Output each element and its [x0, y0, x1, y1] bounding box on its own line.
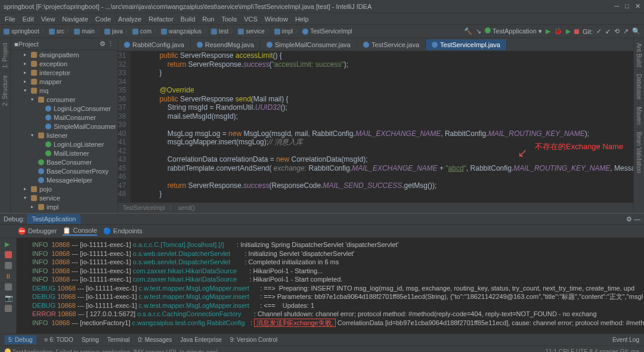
debug-icon[interactable]: 🐞: [554, 27, 562, 35]
menu-help[interactable]: Help: [295, 16, 309, 23]
tree-service[interactable]: ▾service: [11, 193, 117, 202]
mute-icon[interactable]: [5, 283, 12, 291]
tree-LoginLogListener[interactable]: LoginLogListener: [11, 140, 117, 149]
right-tab[interactable]: Bean Validation: [636, 132, 642, 173]
bottom-tab-2[interactable]: Spring: [82, 336, 99, 343]
stop-icon[interactable]: [574, 28, 579, 35]
menu-analyze[interactable]: Analyze: [118, 16, 141, 23]
menu-refactor[interactable]: Refactor: [148, 16, 174, 23]
debug-subtab-Console[interactable]: 📋 Console: [63, 227, 97, 236]
crumb-TestServiceImpl[interactable]: TestServiceImpl: [302, 28, 352, 35]
breadcrumb-class[interactable]: TestServiceImpl: [123, 205, 165, 211]
right-tab[interactable]: Maven: [636, 107, 642, 125]
tree-impl[interactable]: ▸impl: [11, 202, 117, 211]
bottom-tab-0[interactable]: 5: Debug: [5, 335, 36, 344]
git-history-icon[interactable]: ⟲: [614, 27, 620, 35]
tab-RabbitConfig.java[interactable]: RabbitConfig.java: [118, 39, 191, 50]
bottom-tab-3[interactable]: Terminal: [107, 336, 130, 343]
breadcrumb: springboot〉src〉main〉java〉com〉wangzaiplus…: [4, 27, 352, 36]
crumb-test[interactable]: test: [211, 28, 228, 35]
tree-mq[interactable]: ▾mq: [11, 86, 117, 95]
resume-icon[interactable]: [5, 262, 12, 269]
debug-subtab-Endpoints[interactable]: 🔵 Endpoints: [103, 227, 143, 235]
menu-vcs[interactable]: VCS: [244, 16, 258, 23]
error-highlight: 消息发送到Exchange失败,: [254, 319, 336, 327]
git-commit-icon[interactable]: ↙: [605, 27, 611, 35]
tree-interceptor[interactable]: ▸interceptor: [11, 68, 117, 77]
crumb-impl[interactable]: impl: [274, 28, 293, 35]
tree-listener[interactable]: ▾listener: [11, 131, 117, 140]
git-update-icon[interactable]: ✓: [596, 27, 602, 35]
crumb-springboot[interactable]: springboot: [4, 28, 39, 35]
window-title: springboot [F:\project\springboot] - ...…: [4, 3, 371, 10]
tree-MessageHelper[interactable]: MessageHelper: [11, 175, 117, 184]
tree-BaseConsumerProxy[interactable]: BaseConsumerProxy: [11, 166, 117, 175]
bottom-tab-5[interactable]: Java Enterprise: [180, 336, 221, 343]
tree-pojo[interactable]: ▸pojo: [11, 184, 117, 193]
warning-icon[interactable]: [5, 348, 11, 353]
bottom-tab-4[interactable]: 0: Messages: [138, 336, 172, 343]
tab-SimpleMailConsumer.java[interactable]: SimpleMailConsumer.java: [261, 39, 357, 50]
annotation-overlay: ↙ 不存在的Exchange Name: [518, 146, 623, 160]
settings-icon[interactable]: [5, 305, 12, 312]
crumb-java[interactable]: java: [104, 28, 123, 35]
run-config-select[interactable]: TestApplication ▾: [485, 27, 542, 35]
min-icon[interactable]: ─: [615, 2, 620, 10]
menu-run[interactable]: Run: [202, 16, 214, 23]
tab-TestService.java[interactable]: TestService.java: [357, 39, 426, 50]
menu-window[interactable]: Window: [265, 16, 288, 23]
bottom-tab-6[interactable]: 9: Version Control: [230, 336, 278, 343]
event-log-button[interactable]: Event Log: [612, 336, 639, 343]
menu-bar: FileEditViewNavigateCodeAnalyzeRefactorB…: [0, 13, 644, 25]
coverage-icon[interactable]: ▶: [566, 27, 571, 35]
tree-LoginLogConsumer[interactable]: LoginLogConsumer: [11, 104, 117, 113]
menu-navigate[interactable]: Navigate: [62, 16, 88, 23]
build-icon[interactable]: 🔨: [464, 27, 472, 35]
menu-edit[interactable]: Edit: [23, 16, 34, 23]
tab-TestServiceImpl.java[interactable]: TestServiceImpl.java: [426, 39, 507, 50]
crumb-src[interactable]: src: [49, 28, 64, 35]
bottom-tab-1[interactable]: ≡ 6: TODO: [45, 336, 73, 343]
menu-code[interactable]: Code: [95, 16, 111, 23]
crumb-com[interactable]: com: [132, 28, 151, 35]
max-icon[interactable]: □: [625, 2, 629, 10]
close-icon[interactable]: ✕: [635, 2, 640, 10]
project-tool-header[interactable]: Project: [18, 41, 39, 48]
tree-LoginLogService[interactable]: LoginLogService: [11, 211, 117, 213]
pause-icon[interactable]: ⏸: [5, 273, 12, 280]
status-message: TestApplication: Failed to retrieve appl…: [13, 349, 218, 353]
menu-tools[interactable]: Tools: [221, 16, 237, 23]
tree-exception[interactable]: ▸exception: [11, 59, 117, 68]
debug-tab[interactable]: TestApplication: [27, 214, 80, 224]
right-tab[interactable]: Database: [636, 74, 642, 100]
status-right: 11:1 CRLF UTF-8 4 spaces Git: ma: [546, 348, 639, 352]
left-tab[interactable]: 1: Project: [2, 43, 8, 68]
git-label: Git:: [583, 28, 593, 35]
menu-build[interactable]: Build: [181, 16, 195, 23]
menu-file[interactable]: File: [5, 16, 16, 23]
search-icon[interactable]: 🔍: [632, 27, 640, 35]
crumb-service[interactable]: service: [238, 28, 265, 35]
crumb-wangzaiplus[interactable]: wangzaiplus: [161, 28, 202, 35]
tree-MailListener[interactable]: MailListener: [11, 149, 117, 158]
left-tab[interactable]: 2: Structure: [2, 75, 8, 106]
rerun-icon[interactable]: ▶: [5, 240, 12, 248]
crumb-main[interactable]: main: [74, 28, 95, 35]
debug-subtab-Debugger[interactable]: ⛔ Debugger: [18, 227, 57, 235]
menu-view[interactable]: View: [41, 16, 55, 23]
right-tab[interactable]: Ant Build: [636, 43, 642, 67]
tree-consumer[interactable]: ▾consumer: [11, 95, 117, 104]
run-icon[interactable]: ▶: [546, 27, 550, 35]
breadcrumb-method[interactable]: send(): [178, 205, 195, 211]
stop-debug-icon[interactable]: [5, 251, 12, 258]
tree-BaseConsumer[interactable]: BaseConsumer: [11, 158, 117, 166]
tree-MailConsumer[interactable]: MailConsumer: [11, 113, 117, 122]
tree-mapper[interactable]: ▸mapper: [11, 77, 117, 86]
camera-icon[interactable]: 📷: [5, 294, 12, 301]
tree-designpattern[interactable]: ▸designpattern: [11, 50, 117, 59]
debug-label: Debug:: [4, 215, 24, 223]
tab-ResendMsg.java[interactable]: ResendMsg.java: [191, 39, 261, 50]
tree-SimpleMailConsumer[interactable]: SimpleMailConsumer: [11, 122, 117, 131]
